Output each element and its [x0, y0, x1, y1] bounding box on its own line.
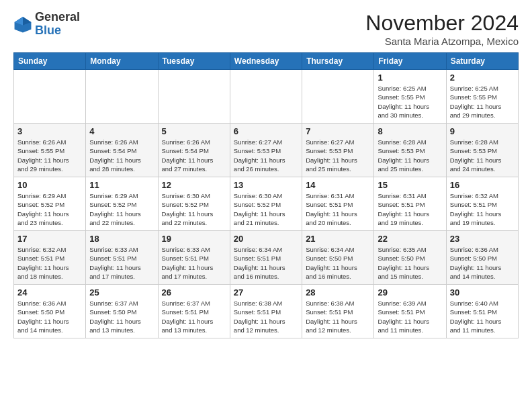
header: General Blue November 2024 Santa Maria A… [13, 11, 519, 47]
week-row-3: 10Sunrise: 6:29 AM Sunset: 5:52 PM Dayli… [14, 177, 519, 231]
day-number: 23 [450, 234, 515, 244]
day-number: 10 [17, 180, 82, 190]
logo-icon [13, 15, 32, 34]
day-cell-22: 22Sunrise: 6:35 AM Sunset: 5:50 PM Dayli… [374, 231, 446, 285]
month-title: November 2024 [365, 11, 519, 36]
day-cell-4: 4Sunrise: 6:26 AM Sunset: 5:54 PM Daylig… [86, 124, 158, 177]
day-info: Sunrise: 6:37 AM Sunset: 5:50 PM Dayligh… [89, 299, 154, 334]
day-info: Sunrise: 6:26 AM Sunset: 5:54 PM Dayligh… [89, 138, 154, 173]
day-info: Sunrise: 6:35 AM Sunset: 5:50 PM Dayligh… [378, 245, 442, 281]
day-cell-13: 13Sunrise: 6:30 AM Sunset: 5:52 PM Dayli… [230, 177, 302, 231]
empty-cell [230, 70, 302, 124]
week-row-4: 17Sunrise: 6:32 AM Sunset: 5:51 PM Dayli… [14, 231, 519, 285]
day-cell-1: 1Sunrise: 6:25 AM Sunset: 5:55 PM Daylig… [374, 70, 446, 124]
day-info: Sunrise: 6:25 AM Sunset: 5:55 PM Dayligh… [378, 84, 442, 120]
day-cell-7: 7Sunrise: 6:27 AM Sunset: 5:53 PM Daylig… [302, 124, 374, 177]
day-info: Sunrise: 6:30 AM Sunset: 5:52 PM Dayligh… [234, 191, 298, 227]
location: Santa Maria Atzompa, Mexico [365, 36, 519, 47]
day-info: Sunrise: 6:28 AM Sunset: 5:53 PM Dayligh… [450, 138, 515, 173]
day-number: 7 [306, 126, 370, 136]
day-cell-25: 25Sunrise: 6:37 AM Sunset: 5:50 PM Dayli… [86, 285, 158, 338]
weekday-header-row: SundayMondayTuesdayWednesdayThursdayFrid… [14, 53, 519, 70]
weekday-header-tuesday: Tuesday [158, 53, 230, 70]
day-info: Sunrise: 6:29 AM Sunset: 5:52 PM Dayligh… [17, 191, 82, 227]
logo: General Blue [13, 11, 80, 38]
day-number: 15 [378, 180, 442, 190]
day-info: Sunrise: 6:36 AM Sunset: 5:50 PM Dayligh… [17, 299, 82, 334]
day-cell-8: 8Sunrise: 6:28 AM Sunset: 5:53 PM Daylig… [374, 124, 446, 177]
week-row-5: 24Sunrise: 6:36 AM Sunset: 5:50 PM Dayli… [14, 285, 519, 338]
day-cell-6: 6Sunrise: 6:27 AM Sunset: 5:53 PM Daylig… [230, 124, 302, 177]
day-number: 9 [450, 126, 515, 136]
week-row-1: 1Sunrise: 6:25 AM Sunset: 5:55 PM Daylig… [14, 70, 519, 124]
empty-cell [302, 70, 374, 124]
day-cell-17: 17Sunrise: 6:32 AM Sunset: 5:51 PM Dayli… [14, 231, 86, 285]
day-number: 19 [162, 234, 226, 244]
title-block: November 2024 Santa Maria Atzompa, Mexic… [365, 11, 519, 47]
day-number: 17 [17, 234, 82, 244]
day-info: Sunrise: 6:31 AM Sunset: 5:51 PM Dayligh… [306, 191, 370, 227]
day-info: Sunrise: 6:33 AM Sunset: 5:51 PM Dayligh… [162, 245, 226, 281]
day-number: 14 [306, 180, 370, 190]
day-info: Sunrise: 6:34 AM Sunset: 5:50 PM Dayligh… [306, 245, 370, 281]
empty-cell [14, 70, 86, 124]
empty-cell [158, 70, 230, 124]
day-number: 20 [234, 234, 298, 244]
day-number: 12 [162, 180, 226, 190]
day-info: Sunrise: 6:36 AM Sunset: 5:50 PM Dayligh… [450, 245, 515, 281]
day-number: 1 [378, 73, 442, 83]
day-cell-27: 27Sunrise: 6:38 AM Sunset: 5:51 PM Dayli… [230, 285, 302, 338]
page: General Blue November 2024 Santa Maria A… [0, 0, 532, 349]
day-info: Sunrise: 6:26 AM Sunset: 5:54 PM Dayligh… [162, 138, 226, 173]
day-info: Sunrise: 6:29 AM Sunset: 5:52 PM Dayligh… [89, 191, 154, 227]
day-info: Sunrise: 6:38 AM Sunset: 5:51 PM Dayligh… [306, 299, 370, 334]
day-number: 29 [378, 287, 442, 298]
day-cell-15: 15Sunrise: 6:31 AM Sunset: 5:51 PM Dayli… [374, 177, 446, 231]
day-cell-28: 28Sunrise: 6:38 AM Sunset: 5:51 PM Dayli… [302, 285, 374, 338]
day-cell-14: 14Sunrise: 6:31 AM Sunset: 5:51 PM Dayli… [302, 177, 374, 231]
day-cell-29: 29Sunrise: 6:39 AM Sunset: 5:51 PM Dayli… [374, 285, 446, 338]
weekday-header-sunday: Sunday [14, 53, 86, 70]
day-info: Sunrise: 6:30 AM Sunset: 5:52 PM Dayligh… [162, 191, 226, 227]
day-info: Sunrise: 6:28 AM Sunset: 5:53 PM Dayligh… [378, 138, 442, 173]
day-number: 3 [17, 126, 82, 136]
day-cell-16: 16Sunrise: 6:32 AM Sunset: 5:51 PM Dayli… [446, 177, 518, 231]
logo-general-text: General [35, 10, 80, 24]
day-number: 13 [234, 180, 298, 190]
logo-blue-text: Blue [35, 24, 61, 37]
day-number: 21 [306, 234, 370, 244]
day-info: Sunrise: 6:40 AM Sunset: 5:51 PM Dayligh… [450, 299, 515, 334]
day-info: Sunrise: 6:31 AM Sunset: 5:51 PM Dayligh… [378, 191, 442, 227]
day-cell-18: 18Sunrise: 6:33 AM Sunset: 5:51 PM Dayli… [86, 231, 158, 285]
weekday-header-monday: Monday [86, 53, 158, 70]
day-info: Sunrise: 6:27 AM Sunset: 5:53 PM Dayligh… [234, 138, 298, 173]
day-cell-19: 19Sunrise: 6:33 AM Sunset: 5:51 PM Dayli… [158, 231, 230, 285]
day-info: Sunrise: 6:32 AM Sunset: 5:51 PM Dayligh… [17, 245, 82, 281]
day-info: Sunrise: 6:37 AM Sunset: 5:51 PM Dayligh… [162, 299, 226, 334]
day-cell-2: 2Sunrise: 6:25 AM Sunset: 5:55 PM Daylig… [446, 70, 518, 124]
weekday-header-wednesday: Wednesday [230, 53, 302, 70]
weekday-header-saturday: Saturday [446, 53, 518, 70]
day-number: 22 [378, 234, 442, 244]
day-cell-3: 3Sunrise: 6:26 AM Sunset: 5:55 PM Daylig… [14, 124, 86, 177]
day-number: 5 [162, 126, 226, 136]
day-cell-20: 20Sunrise: 6:34 AM Sunset: 5:51 PM Dayli… [230, 231, 302, 285]
day-number: 26 [162, 287, 226, 298]
day-cell-11: 11Sunrise: 6:29 AM Sunset: 5:52 PM Dayli… [86, 177, 158, 231]
day-number: 27 [234, 287, 298, 298]
day-cell-30: 30Sunrise: 6:40 AM Sunset: 5:51 PM Dayli… [446, 285, 518, 338]
day-cell-26: 26Sunrise: 6:37 AM Sunset: 5:51 PM Dayli… [158, 285, 230, 338]
day-cell-12: 12Sunrise: 6:30 AM Sunset: 5:52 PM Dayli… [158, 177, 230, 231]
day-cell-21: 21Sunrise: 6:34 AM Sunset: 5:50 PM Dayli… [302, 231, 374, 285]
day-number: 6 [234, 126, 298, 136]
week-row-2: 3Sunrise: 6:26 AM Sunset: 5:55 PM Daylig… [14, 124, 519, 177]
day-number: 8 [378, 126, 442, 136]
weekday-header-friday: Friday [374, 53, 446, 70]
day-cell-23: 23Sunrise: 6:36 AM Sunset: 5:50 PM Dayli… [446, 231, 518, 285]
day-number: 18 [89, 234, 154, 244]
day-info: Sunrise: 6:32 AM Sunset: 5:51 PM Dayligh… [450, 191, 515, 227]
day-number: 28 [306, 287, 370, 298]
day-info: Sunrise: 6:27 AM Sunset: 5:53 PM Dayligh… [306, 138, 370, 173]
day-number: 30 [450, 287, 515, 298]
day-cell-10: 10Sunrise: 6:29 AM Sunset: 5:52 PM Dayli… [14, 177, 86, 231]
